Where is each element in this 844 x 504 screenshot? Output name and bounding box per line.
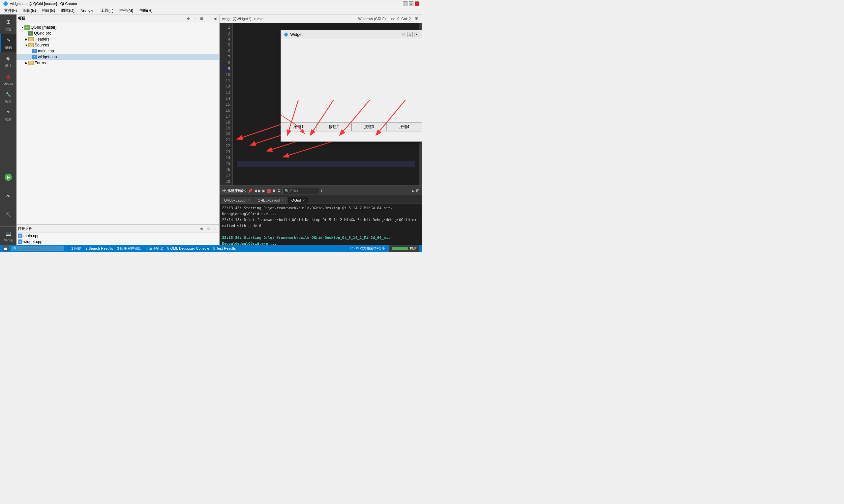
open-main-label: main.cpp	[23, 234, 39, 238]
maximize-button[interactable]: □	[409, 1, 413, 6]
root-arrow: ▼	[20, 25, 24, 29]
tree-item-sources[interactable]: ▼ Sources	[16, 42, 219, 48]
tab-qvboxlayout[interactable]: QVBoxLayout ✕	[221, 197, 254, 203]
project-collapse-button[interactable]: ◀	[212, 16, 218, 22]
sidebar-item-design[interactable]: ◈ 设计	[0, 52, 16, 70]
open-widget-label: widget.cpp	[23, 239, 42, 244]
app-output-label: 应用程序输出	[222, 188, 246, 194]
widget-controls: — □ ✕	[401, 32, 419, 37]
open-file-widget[interactable]: C widget.cpp	[16, 239, 219, 245]
tree-item-root[interactable]: ▼ Q QGrid [master]	[16, 24, 219, 30]
output-settings-btn[interactable]: ⚙	[277, 188, 281, 193]
tree-item-forms[interactable]: ▶ Forms	[16, 60, 219, 66]
sidebar-item-project[interactable]: 🔧 项目	[0, 88, 16, 106]
main-editor-section: 2 3 4 5 6 7 8 9 10 11 12 13 14 15 16 17 …	[220, 23, 422, 185]
tab-qhboxlayout[interactable]: QHBoxLayout ✕	[254, 197, 287, 203]
sidebar-item-help[interactable]: ? 帮助	[0, 106, 16, 125]
line-num-16: 16	[222, 107, 230, 113]
widget-btn-2[interactable]: 按钮2	[316, 122, 351, 131]
line-num-19: 19	[222, 125, 230, 131]
help-icon: ?	[5, 109, 12, 116]
project-sort-button[interactable]: ↕	[192, 16, 198, 22]
tree-item-headers[interactable]: ▶ Headers	[16, 36, 219, 42]
tree-item-widget-cpp[interactable]: C widget.cpp	[16, 54, 219, 60]
widget-btn-4[interactable]: 按钮4	[387, 122, 422, 131]
title-bar-controls[interactable]: — □ ✕	[403, 1, 419, 6]
tab-qvboxlayout-close[interactable]: ✕	[247, 199, 250, 202]
widget-icon: 🔷	[283, 32, 289, 37]
sidebar-item-edit[interactable]: ✎ 编辑	[0, 34, 16, 52]
menu-debug[interactable]: 调试(D)	[58, 7, 77, 14]
line-num-9: 9	[222, 66, 230, 72]
widget-btn-1[interactable]: 按钮1	[281, 122, 316, 131]
tab-qhboxlayout-label: QHBoxLayout	[258, 198, 280, 202]
output-pin-btn[interactable]: 📌	[248, 189, 253, 193]
bottom-panel: 应用程序输出 📌 ◀ ▶ ▶ ⏹ ⚙ 🔍 + −	[220, 185, 422, 245]
line-num-4: 4	[222, 36, 230, 42]
minimize-button[interactable]: —	[403, 1, 408, 6]
output-prev-btn[interactable]: ◀	[254, 188, 257, 193]
test-label: 8 Test Results	[213, 247, 236, 250]
project-add-button[interactable]: ⊕	[186, 16, 192, 22]
widget-minimize-button[interactable]: —	[401, 32, 406, 37]
status-tab-issues[interactable]: 1 问题	[69, 245, 83, 252]
open-docs-close[interactable]: □	[212, 226, 218, 232]
output-cancel-btn[interactable]: ⏹	[272, 188, 276, 193]
wrench-icon: 🔨	[5, 211, 12, 218]
output-sub-btn[interactable]: −	[324, 188, 327, 193]
output-add-btn[interactable]: +	[321, 188, 323, 193]
run-button[interactable]: ▶	[0, 168, 16, 186]
line-num-25: 25	[222, 161, 230, 167]
line-num-17: 17	[222, 113, 230, 119]
widget-close-button[interactable]: ✕	[414, 32, 419, 37]
open-docs-label: 打开文档	[18, 226, 32, 231]
status-tab-qml[interactable]: 5 QML Debugger Console	[165, 245, 211, 252]
output-expand-btn[interactable]: ▲	[411, 188, 415, 193]
status-tab-compile[interactable]: 4 编译输出	[144, 245, 165, 252]
design-icon: ◈	[5, 55, 12, 62]
open-docs-add[interactable]: ⊕	[199, 226, 205, 232]
close-button[interactable]: ✕	[415, 1, 419, 6]
editor-split-button[interactable]: ⊞	[413, 16, 419, 22]
open-docs-split[interactable]: ⊞	[205, 226, 211, 232]
open-file-main[interactable]: C main.cpp	[16, 233, 219, 239]
menu-widgets[interactable]: 控件(M)	[117, 7, 136, 14]
tab-qgrid-close[interactable]: ✕	[302, 199, 305, 202]
sidebar-item-welcome[interactable]: ⊞ 欢迎	[0, 16, 16, 34]
output-next-btn[interactable]: ▶	[258, 188, 261, 193]
status-tab-output[interactable]: 3 应用程序输出	[115, 245, 144, 252]
build-run-button[interactable]: 🔨	[0, 205, 16, 224]
tab-qhboxlayout-close[interactable]: ✕	[281, 199, 284, 202]
menu-edit[interactable]: 编辑(E)	[20, 7, 38, 14]
project-tree: ▼ Q QGrid [master] P QGrid.pro ▶ Headers…	[16, 23, 219, 224]
widget-content-area: 按钮1 按钮2 按钮3 按钮4	[281, 39, 422, 141]
output-play-btn[interactable]: ▶	[262, 188, 265, 193]
sidebar-item-debug[interactable]: 🐞 Debug	[0, 70, 16, 88]
widget-maximize-button[interactable]: □	[408, 32, 413, 37]
project-section: 项目 ⊕ ↕ ⊞ □ ◀ ▼ Q QGrid [master] P QGrid.…	[16, 15, 220, 245]
build-button[interactable]: 构建	[389, 246, 419, 252]
project-sync-button[interactable]: ⊞	[199, 16, 205, 22]
status-tab-search[interactable]: 2 Search Results	[83, 245, 115, 252]
tab-qgrid[interactable]: QGrid ✕	[288, 197, 308, 203]
headers-folder-icon	[28, 37, 34, 41]
line-num-20: 20	[222, 131, 230, 137]
status-tab-test[interactable]: 8 Test Results	[211, 245, 238, 252]
bottom-toolbar: 应用程序输出 📌 ◀ ▶ ▶ ⏹ ⚙ 🔍 + −	[220, 186, 422, 195]
status-search-input[interactable]	[19, 247, 59, 250]
filter-input[interactable]	[291, 189, 317, 193]
output-stop-btn[interactable]	[267, 189, 271, 193]
menu-file[interactable]: 文件(F)	[1, 7, 19, 14]
menu-help[interactable]: 帮助(H)	[137, 7, 155, 14]
output-maximize-btn[interactable]: ⊞	[416, 188, 419, 193]
menu-tools[interactable]: 工具(T)	[98, 7, 116, 14]
menu-analyze[interactable]: Analyze	[78, 8, 97, 14]
widget-btn-3[interactable]: 按钮3	[351, 122, 387, 131]
tree-item-main-cpp[interactable]: C main.cpp	[16, 48, 219, 54]
step-over-button[interactable]: ↷	[0, 187, 16, 205]
device-button[interactable]: 💻 Debug	[0, 227, 16, 245]
status-search[interactable]: 🔍	[11, 246, 64, 251]
menu-build[interactable]: 构建(B)	[39, 7, 58, 14]
project-options-button[interactable]: □	[205, 16, 211, 22]
tree-item-pro[interactable]: P QGrid.pro	[16, 30, 219, 36]
